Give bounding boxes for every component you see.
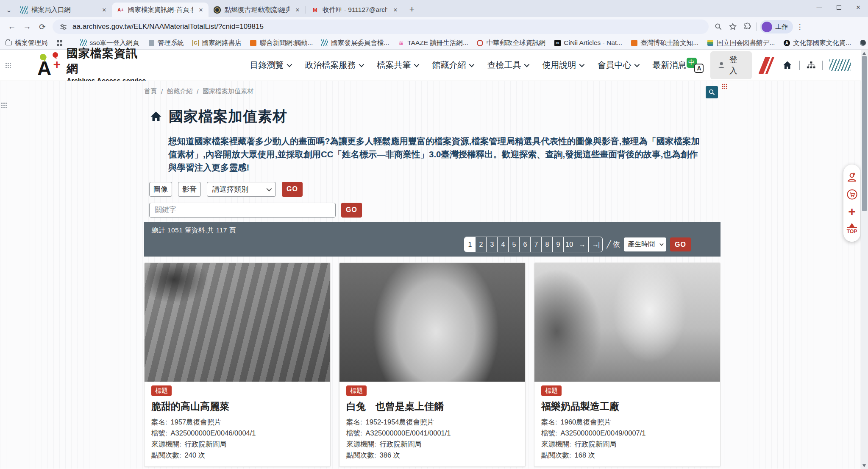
page-button-10[interactable]: 10 [564,237,575,252]
language-toggle[interactable]: 中 A [687,58,704,73]
page-button-1[interactable]: 1 [465,237,476,252]
page-scrollbar[interactable] [861,50,868,469]
minimize-button[interactable]: — [810,0,829,14]
tab-search-button[interactable]: ⌄ [3,3,15,17]
card-photo-cabbage-field[interactable] [145,263,330,382]
avatar [762,22,772,32]
tab-close-icon[interactable]: ✕ [391,6,400,14]
nav-political-archives[interactable]: 政治檔案服務 [305,59,363,71]
nav-search-tools[interactable]: 查檢工具 [487,59,528,71]
page-button-5[interactable]: 5 [509,237,520,252]
filter-video-button[interactable]: 影音 [178,182,201,197]
scroll-down-arrow-icon[interactable] [862,464,866,467]
na-stripes-logo[interactable] [829,59,851,71]
nav-help[interactable]: 使用說明 [542,59,583,71]
cart-button[interactable] [846,189,858,200]
tab-close-icon[interactable]: ✕ [100,6,108,14]
tab-close-icon[interactable]: ✕ [293,6,302,14]
new-tab-button[interactable]: + [406,3,418,16]
bookmark-star-icon[interactable] [726,20,740,34]
bookmark-moc-culture[interactable]: A 文化部國家文化資... [783,39,851,47]
next-page-button[interactable]: → [575,237,589,252]
site-info-icon[interactable] [59,23,67,31]
bookmark-ndltd[interactable]: 臺灣博碩士論文知... [631,39,698,47]
maximize-button[interactable] [829,0,849,14]
browser-tab-1[interactable]: 檔案局入口網 ✕ [15,3,112,17]
nav-catalog-browse[interactable]: 目錄瀏覽 [250,59,291,71]
bookmark-cinii[interactable]: Ci CiNii Articles - Nat... [554,39,622,47]
add-button[interactable]: + [848,206,856,217]
breadcrumb-home[interactable]: 首頁 [144,87,157,95]
bookmark-udn-news[interactable]: 聯合新聞網:觸動... [250,39,313,47]
browser-menu-icon[interactable]: ⋮ [795,22,805,31]
home-icon[interactable] [782,60,793,70]
breadcrumb-separator: / [161,88,163,95]
zoom-icon[interactable] [711,20,726,34]
back-to-top-button[interactable]: TOP [847,223,857,234]
page-button-2[interactable]: 2 [476,237,487,252]
browser-tab-2-active[interactable]: A+ 國家檔案資訊網-首頁-館藏介紹 ✕ [112,3,209,17]
view-count: 386 次 [380,449,401,461]
bookmark-ndc-archives[interactable]: 國家發展委員會檔... [321,39,389,47]
logo-letter-a: A [37,59,51,78]
up-arrow-icon [849,223,854,227]
nav-archives-wiki[interactable]: 檔案共筆 [377,59,418,71]
breadcrumb-collection[interactable]: 館藏介紹 [167,87,192,95]
address-bar[interactable]: aa.archives.gov.tw/ELK/NAAMaterialTotalL… [53,20,709,34]
sort-select[interactable]: 產生時間 [624,237,666,251]
header-separator [822,61,823,70]
red-stripes-logo[interactable] [759,57,775,74]
keyword-input[interactable] [149,203,336,218]
card-title[interactable]: 福樂奶品製造工廠 [541,400,713,413]
page-button-6[interactable]: 6 [520,237,531,252]
category-select[interactable]: 請選擇類別 [207,182,276,197]
bookmark-post[interactable]: 中華郵政全球資訊網 [477,39,546,47]
page-button-3[interactable]: 3 [487,237,498,252]
result-card[interactable]: 標題 脆甜的高山高麗菜 案名:1957農復會照片 檔號:A325000000E/… [144,262,331,467]
bookmark-gov-bookstore[interactable]: G 國家網路書店 [192,39,242,47]
result-card[interactable]: 標題 福樂奶品製造工廠 案名:1960農復會照片 檔號:A325000000E/… [534,262,721,467]
close-window-button[interactable]: ✕ [849,0,868,14]
filter-image-button[interactable]: 圖像 [149,182,172,197]
bookmark-taaze[interactable]: ≋ TAAZE 讀冊生活網... [398,39,468,47]
last-page-button[interactable]: →| [589,237,602,252]
chevron-down-icon [659,242,664,246]
keyword-go-button[interactable]: GO [341,203,362,218]
sort-go-button[interactable]: GO [670,237,691,251]
nav-news[interactable]: 最新消息 [653,59,687,71]
scroll-up-arrow-icon[interactable] [862,52,866,55]
archives-bureau-favicon [20,6,28,14]
bookmark-ndl-japan[interactable]: 国立国会図書館デ... [707,39,775,47]
category-go-button[interactable]: GO [282,182,303,197]
profile-chip[interactable]: 工作 [760,20,793,34]
back-button[interactable]: ← [4,19,19,34]
nav-member-center[interactable]: 會員中心 [598,59,638,71]
result-card[interactable]: 標題 白兔 也曾是桌上佳餚 案名:1952-1954農復會照片 檔號:A3250… [339,262,526,467]
page-button-8[interactable]: 8 [542,237,553,252]
card-title[interactable]: 脆甜的高山高麗菜 [151,400,323,413]
nav-collection-intro[interactable]: 館藏介紹 [432,59,473,71]
page-button-7[interactable]: 7 [531,237,542,252]
sitemap-icon[interactable] [807,61,815,70]
site-search-button[interactable] [706,86,718,98]
card-photo-rabbit[interactable] [339,263,525,382]
card-photo-dairy-factory[interactable] [534,263,720,382]
bookmark-label: 管理系統 [158,39,184,47]
site-logo[interactable]: A + 國家檔案資訊網 Archives Access service [36,46,148,85]
forward-button[interactable]: → [19,19,35,34]
browser-tab-4[interactable]: M 收件匣 - 911127@archives.go ✕ [306,3,403,17]
page-button-9[interactable]: 9 [553,237,564,252]
bookmark-gazette[interactable]: 臺灣總督府府報 [860,39,868,47]
reload-button[interactable]: ⟳ [35,19,50,34]
login-button[interactable]: 登入 [710,51,751,79]
browser-tab-3[interactable]: 點燃復古運動潮流!經典火焰... ✕ [209,3,305,17]
scrollbar-thumb[interactable] [862,56,867,211]
extensions-icon[interactable] [740,20,754,34]
results-summary: 總計 1051 筆資料,共 117 頁 [152,226,236,235]
card-title[interactable]: 白兔 也曾是桌上佳餚 [346,400,518,413]
tab-close-icon[interactable]: ✕ [197,6,205,14]
bookmark-label: 中華郵政全球資訊網 [487,39,546,47]
bookmark-admin-system[interactable]: 管理系統 [148,39,184,47]
member-button[interactable] [846,172,857,183]
page-button-4[interactable]: 4 [498,237,509,252]
